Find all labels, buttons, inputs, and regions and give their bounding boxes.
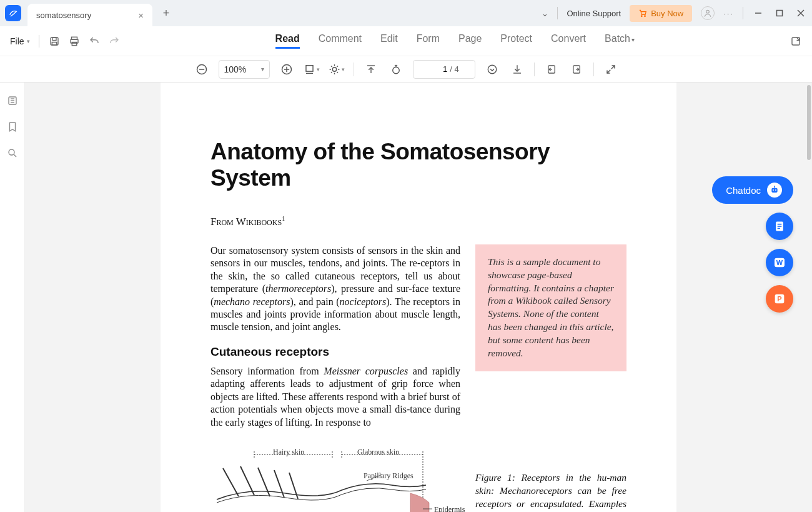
- brightness-icon[interactable]: ▾: [329, 61, 345, 78]
- tab-title: somatosensory: [36, 11, 138, 20]
- print-icon[interactable]: [66, 33, 83, 50]
- menu-edit[interactable]: Edit: [380, 33, 398, 49]
- divider: [354, 63, 354, 76]
- outline-icon[interactable]: [6, 94, 19, 108]
- svg-point-0: [641, 16, 643, 17]
- divider: [593, 63, 594, 76]
- undo-icon[interactable]: [86, 33, 103, 50]
- redo-icon[interactable]: [106, 33, 123, 50]
- svg-line-50: [274, 470, 284, 498]
- svg-line-40: [14, 154, 16, 157]
- document-canvas[interactable]: Anatomy of the Somatosensory System From…: [25, 83, 812, 512]
- paragraph: Sensory information from Meissner corpus…: [210, 365, 460, 429]
- buy-now-label: Buy Now: [651, 9, 683, 18]
- chatbot-icon: [767, 183, 782, 198]
- vertical-scrollbar[interactable]: [806, 83, 811, 512]
- svg-rect-9: [52, 42, 57, 45]
- fullscreen-icon[interactable]: [603, 61, 619, 78]
- cart-icon: [638, 9, 647, 18]
- menubar: File ▾ Read Comment Edit Form Page Prote…: [0, 26, 812, 56]
- page-subtitle: From Wikibooks1: [210, 215, 626, 228]
- chatdoc-label: Chatdoc: [726, 185, 761, 196]
- new-tab-button[interactable]: +: [157, 7, 175, 20]
- svg-point-30: [392, 67, 399, 74]
- scrollbar-thumb[interactable]: [807, 85, 811, 160]
- document-tab[interactable]: somatosensory ×: [27, 4, 152, 26]
- online-support-link[interactable]: Online Support: [567, 9, 621, 18]
- chevron-down-icon[interactable]: ⌄: [542, 9, 548, 18]
- svg-rect-19: [305, 65, 312, 71]
- menu-convert[interactable]: Convert: [551, 33, 586, 49]
- svg-point-31: [488, 65, 497, 74]
- svg-point-56: [775, 189, 776, 191]
- svg-line-26: [337, 71, 338, 73]
- download-icon[interactable]: [509, 61, 525, 78]
- zoom-select[interactable]: 100% ▾: [219, 60, 270, 79]
- diagram-label: Hairy skin: [273, 448, 304, 457]
- buy-now-button[interactable]: Buy Now: [630, 5, 692, 22]
- zoom-value: 100%: [224, 64, 247, 74]
- zoom-in-icon[interactable]: [279, 61, 295, 78]
- svg-rect-54: [771, 188, 777, 193]
- menu-comment[interactable]: Comment: [319, 33, 362, 49]
- svg-line-47: [223, 468, 239, 496]
- divider: [39, 35, 39, 48]
- zoom-out-icon[interactable]: [194, 61, 210, 78]
- callout-box: This is a sample document to showcase pa…: [475, 244, 626, 371]
- svg-line-28: [337, 66, 338, 67]
- share-icon[interactable]: [787, 33, 805, 50]
- main-menu: Read Comment Edit Form Page Protect Conv…: [124, 33, 786, 49]
- svg-rect-12: [72, 42, 77, 45]
- save-icon[interactable]: [46, 33, 63, 50]
- page-title: Anatomy of the Somatosensory System: [210, 139, 626, 191]
- avatar[interactable]: [701, 6, 715, 20]
- svg-point-20: [332, 67, 336, 71]
- svg-rect-4: [777, 11, 783, 16]
- file-menu-label: File: [10, 36, 24, 46]
- scroll-top-icon[interactable]: [363, 61, 379, 78]
- maximize-button[interactable]: [773, 7, 786, 19]
- floating-actions: Chatdoc W P: [712, 176, 793, 313]
- page-left-icon[interactable]: [543, 61, 560, 78]
- page-right-icon[interactable]: [568, 61, 585, 78]
- divider: [557, 7, 558, 19]
- chatdoc-button[interactable]: Chatdoc: [712, 176, 793, 204]
- fab-document[interactable]: [766, 213, 793, 240]
- divider: [534, 63, 535, 76]
- svg-line-48: [240, 466, 254, 495]
- more-icon[interactable]: ···: [723, 9, 734, 18]
- svg-line-25: [330, 66, 332, 67]
- svg-point-39: [9, 149, 14, 155]
- close-button[interactable]: [795, 7, 807, 19]
- fab-ppt[interactable]: P: [766, 285, 793, 313]
- menu-protect[interactable]: Protect: [500, 33, 532, 49]
- menu-read[interactable]: Read: [275, 33, 300, 49]
- app-icon[interactable]: [5, 5, 21, 21]
- fab-word[interactable]: W: [766, 249, 793, 276]
- page-number-field[interactable]: [428, 64, 447, 74]
- view-toolbar: 100% ▾ ▾ ▾ / 4: [0, 56, 812, 83]
- svg-line-51: [289, 473, 298, 499]
- svg-point-58: [774, 186, 775, 187]
- menu-page[interactable]: Page: [458, 33, 482, 49]
- scroll-down-icon[interactable]: [484, 61, 500, 78]
- file-menu[interactable]: File ▾: [6, 36, 34, 46]
- search-icon[interactable]: [6, 146, 19, 160]
- skin-diagram: Hairy skin Glabrous skin Papillary Ridge…: [210, 440, 460, 512]
- fit-width-icon[interactable]: ▾: [304, 61, 320, 78]
- diagram-label: Glabrous skin: [357, 448, 399, 457]
- menu-form[interactable]: Form: [417, 33, 440, 49]
- fab-ppt-label: P: [775, 294, 783, 303]
- pdf-page: Anatomy of the Somatosensory System From…: [161, 83, 676, 512]
- bookmark-icon[interactable]: [6, 120, 19, 134]
- diagram-label: Epidermis: [434, 505, 465, 512]
- figure-caption: Figure 1: Receptors in the hu-man skin: …: [475, 471, 626, 512]
- tab-close-icon[interactable]: ×: [138, 10, 144, 21]
- rotate-icon[interactable]: [388, 61, 404, 78]
- minimize-button[interactable]: [752, 7, 765, 19]
- svg-rect-8: [52, 38, 56, 41]
- svg-point-2: [706, 10, 710, 13]
- workspace: Anatomy of the Somatosensory System From…: [0, 83, 812, 512]
- menu-batch[interactable]: Batch▾: [605, 33, 635, 49]
- page-input[interactable]: / 4: [413, 60, 475, 79]
